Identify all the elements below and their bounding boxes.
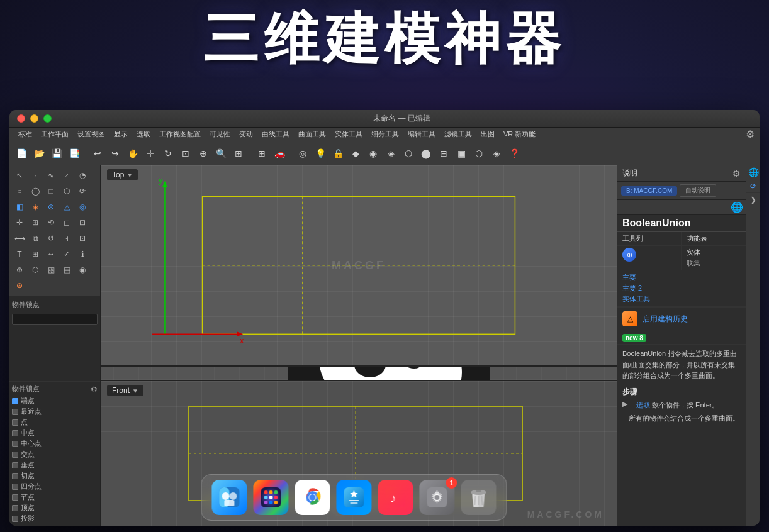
toolbar-rotate[interactable]: ↻ xyxy=(160,145,176,162)
toolbar-lock[interactable]: 🔒 xyxy=(330,145,346,162)
scroll-link-btn[interactable]: ⟳ xyxy=(746,179,760,193)
menu-setview[interactable]: 设置视图 xyxy=(74,128,109,140)
toolbar-grid[interactable]: ⊞ xyxy=(254,145,270,162)
toolbar-help[interactable]: ❓ xyxy=(506,145,522,162)
lt-subdivide[interactable]: ⬡ xyxy=(28,262,43,277)
lt-polyline[interactable]: ⟋ xyxy=(59,168,74,183)
settings-icon[interactable]: ⚙ xyxy=(746,128,755,140)
lt-sweep[interactable]: ⟲ xyxy=(43,215,59,230)
lt-text[interactable]: T xyxy=(12,247,27,262)
menu-display[interactable]: 显示 xyxy=(110,128,132,140)
lt-curve[interactable]: ∿ xyxy=(43,168,59,183)
menu-viewconfig[interactable]: 工作视图配置 xyxy=(155,128,205,140)
toolbar-hand[interactable]: ✋ xyxy=(125,145,141,162)
lt-dim[interactable]: ↔ xyxy=(43,247,59,262)
menu-curvetools[interactable]: 曲线工具 xyxy=(258,128,293,140)
command-input[interactable] xyxy=(12,314,98,325)
solid-link[interactable]: 实体 xyxy=(687,248,741,257)
lt-extrude[interactable]: ⊞ xyxy=(28,215,43,230)
dock-chrome[interactable] xyxy=(295,480,330,515)
lt-torus[interactable]: ◎ xyxy=(75,199,90,214)
lt-check[interactable]: ✓ xyxy=(59,247,74,262)
snap-item-midpoint[interactable]: 中点 xyxy=(12,428,98,438)
sub-item-main[interactable]: 主要 xyxy=(622,273,741,282)
snap-item-perp[interactable]: 垂点 xyxy=(12,460,98,470)
toolbar-display[interactable]: ⬡ xyxy=(400,145,417,162)
lt-subd4[interactable]: ◉ xyxy=(75,262,90,277)
toolbar-scale[interactable]: ⊡ xyxy=(177,145,194,162)
toolbar-shade[interactable]: ▣ xyxy=(453,145,469,162)
dock-trash[interactable] xyxy=(461,480,496,515)
toolbar-zoom-ex[interactable]: ⊕ xyxy=(195,145,211,162)
toolbar-sphere[interactable]: ⬤ xyxy=(418,145,434,162)
toolbar-car[interactable]: 🚗 xyxy=(271,145,288,162)
globe-icon[interactable]: 🌐 xyxy=(731,201,743,213)
snap-item-tangent[interactable]: 切点 xyxy=(12,471,98,480)
lt-ellipse[interactable]: ◯ xyxy=(28,184,43,199)
right-panel-gear-icon[interactable]: ⚙ xyxy=(733,169,741,179)
dock-finder[interactable] xyxy=(211,480,247,515)
snap-item-center[interactable]: 中心点 xyxy=(12,439,98,448)
history-button[interactable]: △ 启用建构历史 xyxy=(617,307,746,330)
menu-print[interactable]: 出图 xyxy=(477,128,498,140)
lt-scale2[interactable]: ⊡ xyxy=(75,231,90,246)
snap-item-endpoint[interactable]: 端点 xyxy=(12,396,98,406)
snap-item-point[interactable]: 点 xyxy=(12,418,98,427)
toolbar-new[interactable]: 📄 xyxy=(13,145,30,162)
snap-item-project[interactable]: 投影 xyxy=(12,514,98,523)
menu-standard[interactable]: 标准 xyxy=(14,128,36,140)
lt-subd2[interactable]: ▧ xyxy=(43,262,59,277)
menu-filtertools[interactable]: 滤镜工具 xyxy=(441,128,476,140)
toolbar-save[interactable]: 💾 xyxy=(48,145,65,162)
toolbar-light[interactable]: 💡 xyxy=(312,145,328,162)
snap-item-vertex[interactable]: 顶点 xyxy=(12,503,98,513)
lt-cylinder[interactable]: ⊙ xyxy=(43,199,59,214)
toolbar-material2[interactable]: ◈ xyxy=(383,145,399,162)
menu-visibility[interactable]: 可见性 xyxy=(206,128,234,140)
toolbar-wire[interactable]: ⊟ xyxy=(435,145,452,162)
menu-surfacetools[interactable]: 曲面工具 xyxy=(295,128,330,140)
lt-loft[interactable]: ◻ xyxy=(59,215,74,230)
menu-edittools[interactable]: 编辑工具 xyxy=(404,128,439,140)
toolbar-save2[interactable]: 📑 xyxy=(66,145,82,162)
menu-vr[interactable]: VR 新功能 xyxy=(500,128,539,140)
toolbar-redo[interactable]: ↪ xyxy=(107,145,123,162)
menu-workplane[interactable]: 工作平面 xyxy=(37,128,72,140)
toolbar-pan[interactable]: ⊞ xyxy=(230,145,247,162)
lt-grid2[interactable]: ⊞ xyxy=(28,247,43,262)
lt-sphere2[interactable]: ◈ xyxy=(28,199,43,214)
snap-settings-icon[interactable]: ⚙ xyxy=(91,385,98,394)
lt-subd3[interactable]: ▤ xyxy=(59,262,74,277)
menu-select[interactable]: 选取 xyxy=(133,128,154,140)
snap-item-quad[interactable]: 四分点 xyxy=(12,482,98,491)
lt-circle[interactable]: ○ xyxy=(12,184,27,199)
lt-polygon[interactable]: ⬡ xyxy=(59,184,74,199)
lt-info[interactable]: ℹ xyxy=(75,247,90,262)
minimize-button[interactable] xyxy=(30,114,38,123)
lt-helix[interactable]: ⟳ xyxy=(75,184,90,199)
lt-star[interactable]: ⊛ xyxy=(12,278,27,293)
lt-bool[interactable]: ⊕ xyxy=(12,262,27,277)
snap-item-nearest[interactable]: 最近点 xyxy=(12,407,98,416)
website-link[interactable]: B: MACGF.COM xyxy=(621,186,677,196)
scroll-arrow-btn[interactable]: ❯ xyxy=(746,193,760,207)
toolbar-snap[interactable]: ◎ xyxy=(295,145,311,162)
lt-rect[interactable]: □ xyxy=(43,184,59,199)
menu-transform[interactable]: 变动 xyxy=(235,128,257,140)
union-link[interactable]: 联集 xyxy=(687,258,741,268)
toolbar-render[interactable]: ◆ xyxy=(347,145,364,162)
toolbar-move[interactable]: ✛ xyxy=(142,145,159,162)
menu-subdtools[interactable]: 细分工具 xyxy=(368,128,403,140)
snap-item-knot[interactable]: 节点 xyxy=(12,492,98,502)
toolbar-material[interactable]: ◉ xyxy=(365,145,381,162)
lt-select[interactable]: ↖ xyxy=(12,168,27,183)
scroll-top-btn[interactable]: 🌐 xyxy=(746,165,760,179)
top-viewport[interactable]: Top ▼ y x xyxy=(101,165,617,367)
dock-appstore[interactable] xyxy=(336,480,371,515)
lt-mirror[interactable]: ⫞ xyxy=(59,231,74,246)
sub-item-solidtools[interactable]: 实体工具 xyxy=(622,294,741,304)
dock-music[interactable]: ♪ xyxy=(378,480,413,515)
lt-cone[interactable]: △ xyxy=(59,199,74,214)
lt-copy[interactable]: ⧉ xyxy=(28,231,43,246)
lt-point[interactable]: · xyxy=(28,168,43,183)
